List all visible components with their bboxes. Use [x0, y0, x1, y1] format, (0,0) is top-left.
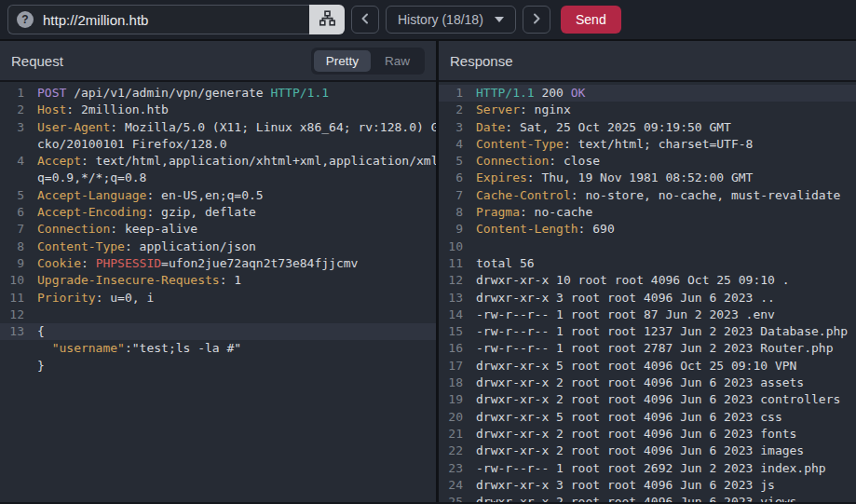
- chevron-left-icon: [359, 12, 372, 28]
- code-line: }: [0, 358, 436, 375]
- code-line: 17drwxr-xr-x 5 root root 4096 Oct 25 09:…: [439, 358, 856, 375]
- code-line: 5Connection: close: [439, 153, 856, 170]
- line-number: 23: [439, 460, 463, 477]
- code-line: 4Content-Type: text/html; charset=UTF-8: [439, 136, 856, 153]
- line-number: 5: [439, 153, 463, 170]
- code-line: 13{: [0, 323, 436, 340]
- request-editor[interactable]: 1POST /api/v1/admin/vpn/generate HTTP/1.…: [0, 82, 436, 502]
- line-number: 20: [439, 409, 463, 426]
- code-line: 14-rw-r--r-- 1 root root 87 Jun 2 2023 .…: [439, 306, 856, 323]
- response-panel: Response 1HTTP/1.1 200 OK2Server: nginx3…: [439, 41, 856, 502]
- code-line: 3User-Agent: Mozilla/5.0 (X11; Linux x86…: [0, 119, 436, 136]
- code-line: 20drwxr-xr-x 5 root root 4096 Jun 6 2023…: [439, 409, 856, 426]
- url-bar-group: ? http://2million.htb: [7, 5, 345, 34]
- line-number: 18: [439, 375, 463, 391]
- line-number: 22: [439, 443, 463, 459]
- view-tab-pretty[interactable]: Pretty: [314, 50, 371, 72]
- line-number: 9: [0, 255, 24, 272]
- line-number: 6: [439, 170, 463, 186]
- toolbar: ? http://2million.htb History (18/18): [0, 0, 856, 41]
- code-line: 19drwxr-xr-x 2 root root 4096 Jun 6 2023…: [439, 391, 856, 408]
- code-line: 11total 56: [439, 255, 856, 272]
- sitemap-button[interactable]: [309, 5, 345, 34]
- history-dropdown[interactable]: History (18/18): [386, 6, 516, 34]
- send-button[interactable]: Send: [561, 6, 621, 34]
- response-panel-header: Response: [439, 41, 856, 82]
- line-number: 7: [0, 221, 24, 238]
- code-line: 1HTTP/1.1 200 OK: [439, 85, 856, 102]
- line-number: 8: [439, 204, 463, 221]
- url-input[interactable]: ? http://2million.htb: [7, 5, 309, 34]
- code-line: 24drwxr-xr-x 3 root root 4096 Jun 6 2023…: [439, 477, 856, 494]
- view-tab-raw[interactable]: Raw: [373, 50, 422, 72]
- request-view-tabs: PrettyRaw: [311, 48, 425, 75]
- line-number: 6: [0, 204, 24, 221]
- code-line: 13drwxr-xr-x 3 root root 4096 Jun 6 2023…: [439, 290, 856, 306]
- line-number: [0, 136, 24, 153]
- code-line: 2Host: 2million.htb: [0, 102, 436, 118]
- help-icon[interactable]: ?: [17, 11, 34, 28]
- request-panel: Request PrettyRaw 1POST /api/v1/admin/vp…: [0, 41, 436, 502]
- code-line: 12: [0, 306, 436, 323]
- line-number: 15: [439, 323, 463, 340]
- code-line: 12drwxr-xr-x 10 root root 4096 Oct 25 09…: [439, 272, 856, 289]
- line-number: 7: [439, 187, 463, 204]
- line-number: 3: [0, 119, 24, 136]
- line-number: 4: [439, 136, 463, 153]
- line-number: 8: [0, 238, 24, 255]
- code-line: 22drwxr-xr-x 2 root root 4096 Jun 6 2023…: [439, 443, 856, 459]
- code-line: 5Accept-Language: en-US,en;q=0.5: [0, 187, 436, 204]
- line-number: [0, 358, 24, 375]
- request-panel-title: Request: [11, 53, 63, 69]
- line-number: 12: [0, 306, 24, 323]
- line-number: 10: [439, 238, 463, 255]
- history-forward-button[interactable]: [523, 6, 550, 34]
- line-number: 14: [439, 306, 463, 323]
- code-line: 4Accept: text/html,application/xhtml+xml…: [0, 153, 436, 170]
- request-panel-header: Request PrettyRaw: [0, 41, 436, 82]
- url-text: http://2million.htb: [43, 12, 148, 28]
- line-number: 24: [439, 477, 463, 494]
- code-line: cko/20100101 Firefox/128.0: [0, 136, 436, 153]
- sitemap-icon: [319, 10, 335, 29]
- line-number: 16: [439, 340, 463, 357]
- code-line: 10Upgrade-Insecure-Requests: 1: [0, 272, 436, 289]
- line-number: 17: [439, 358, 463, 375]
- response-editor[interactable]: 1HTTP/1.1 200 OK2Server: nginx3Date: Sat…: [439, 82, 856, 502]
- code-line: 7Connection: keep-alive: [0, 221, 436, 238]
- code-line: 11Priority: u=0, i: [0, 290, 436, 306]
- line-number: 19: [439, 391, 463, 408]
- line-number: 11: [0, 290, 24, 306]
- line-number: 10: [0, 272, 24, 289]
- code-line: 15-rw-r--r-- 1 root root 1237 Jun 2 2023…: [439, 323, 856, 340]
- chevron-down-icon: [495, 17, 504, 22]
- line-number: 9: [439, 221, 463, 238]
- code-line: 6Accept-Encoding: gzip, deflate: [0, 204, 436, 221]
- code-line: 10: [439, 238, 856, 255]
- line-number: 1: [439, 85, 463, 102]
- line-number: 21: [439, 426, 463, 443]
- code-line: 21drwxr-xr-x 2 root root 4096 Jun 6 2023…: [439, 426, 856, 443]
- line-number: 25: [439, 494, 463, 502]
- line-number: 2: [0, 102, 24, 118]
- line-number: 3: [439, 119, 463, 136]
- line-number: 4: [0, 153, 24, 170]
- code-line: 8Content-Type: application/json: [0, 238, 436, 255]
- code-line: 9Content-Length: 690: [439, 221, 856, 238]
- code-line: 8Pragma: no-cache: [439, 204, 856, 221]
- code-line: 23-rw-r--r-- 1 root root 2692 Jun 2 2023…: [439, 460, 856, 477]
- code-line: 3Date: Sat, 25 Oct 2025 09:19:50 GMT: [439, 119, 856, 136]
- code-line: 7Cache-Control: no-store, no-cache, must…: [439, 187, 856, 204]
- code-line: 1POST /api/v1/admin/vpn/generate HTTP/1.…: [0, 85, 436, 102]
- code-line: 2Server: nginx: [439, 102, 856, 118]
- history-back-button[interactable]: [351, 6, 379, 34]
- code-line: q=0.9,*/*;q=0.8: [0, 170, 436, 186]
- code-line: 18drwxr-xr-x 2 root root 4096 Jun 6 2023…: [439, 375, 856, 391]
- line-number: 2: [439, 102, 463, 118]
- line-number: 13: [0, 323, 24, 340]
- line-number: 11: [439, 255, 463, 272]
- line-number: [0, 340, 24, 357]
- line-number: 5: [0, 187, 24, 204]
- code-line: 9Cookie: PHPSESSID=ufon2jue72aqn2t73e84f…: [0, 255, 436, 272]
- history-dropdown-label: History (18/18): [398, 12, 483, 27]
